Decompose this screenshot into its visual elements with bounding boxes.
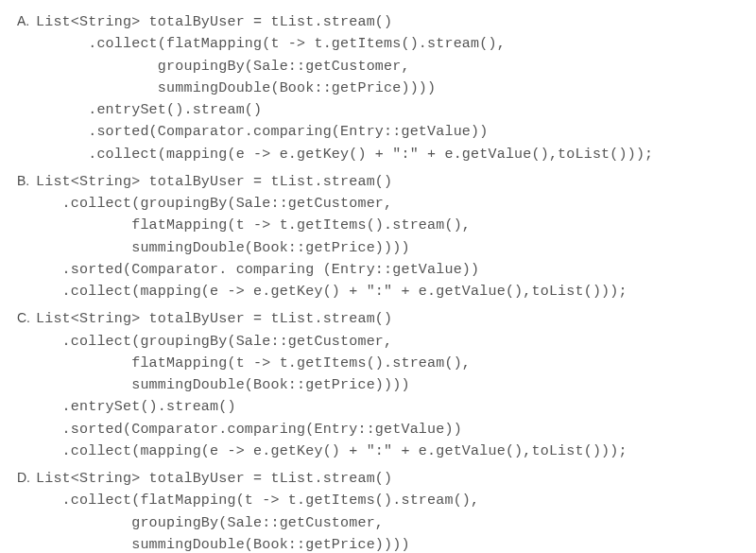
code-line: summingDouble(Book::getPrice))))	[36, 537, 410, 553]
code-line: .entrySet().stream()	[36, 102, 262, 118]
code-line: List<String> totalByUser = tList.stream(…	[36, 14, 392, 30]
code-line: List<String> totalByUser = tList.stream(…	[36, 174, 392, 190]
code-line: .collect(flatMapping(t -> t.getItems().s…	[36, 36, 506, 52]
code-block-d: List<String> totalByUser = tList.stream(…	[36, 468, 627, 553]
code-line: groupingBy(Sale::getCustomer,	[36, 515, 384, 531]
code-line: .collect(mapping(e -> e.getKey() + ":" +…	[36, 443, 627, 459]
code-line: .collect(groupingBy(Sale::getCustomer,	[36, 196, 392, 212]
option-c: C. List<String> totalByUser = tList.stre…	[17, 308, 739, 462]
option-a: A. List<String> totalByUser = tList.stre…	[17, 11, 739, 165]
code-line: .collect(mapping(e -> e.getKey() + ":" +…	[36, 147, 653, 163]
option-d: D. List<String> totalByUser = tList.stre…	[17, 468, 739, 553]
code-line: groupingBy(Sale::getCustomer,	[36, 59, 410, 75]
options-list: A. List<String> totalByUser = tList.stre…	[17, 11, 739, 553]
option-b: B. List<String> totalByUser = tList.stre…	[17, 171, 739, 303]
code-block-a: List<String> totalByUser = tList.stream(…	[36, 11, 653, 165]
code-line: List<String> totalByUser = tList.stream(…	[36, 311, 392, 327]
code-line: .sorted(Comparator.comparing(Entry::getV…	[36, 422, 462, 438]
option-label-d: D.	[17, 468, 36, 485]
code-line: summingDouble(Book::getPrice))))	[36, 80, 436, 96]
code-line: summingDouble(Book::getPrice))))	[36, 377, 410, 393]
code-line: flatMapping(t -> t.getItems().stream(),	[36, 217, 471, 233]
code-line: List<String> totalByUser = tList.stream(…	[36, 471, 392, 487]
code-line: flatMapping(t -> t.getItems().stream(),	[36, 355, 471, 372]
code-line: summingDouble(Book::getPrice))))	[36, 240, 410, 256]
code-line: .collect(mapping(e -> e.getKey() + ":" +…	[36, 284, 627, 300]
code-line: .sorted(Comparator.comparing(Entry::getV…	[36, 124, 488, 140]
code-line: .collect(groupingBy(Sale::getCustomer,	[36, 334, 392, 350]
code-line: .sorted(Comparator. comparing (Entry::ge…	[36, 262, 479, 278]
option-label-b: B.	[17, 171, 36, 188]
option-label-a: A.	[17, 11, 36, 28]
code-line: .collect(flatMapping(t -> t.getItems().s…	[36, 493, 479, 509]
code-block-b: List<String> totalByUser = tList.stream(…	[36, 171, 627, 303]
code-block-c: List<String> totalByUser = tList.stream(…	[36, 308, 627, 462]
code-line: .entrySet().stream()	[36, 399, 236, 415]
option-label-c: C.	[17, 308, 36, 325]
